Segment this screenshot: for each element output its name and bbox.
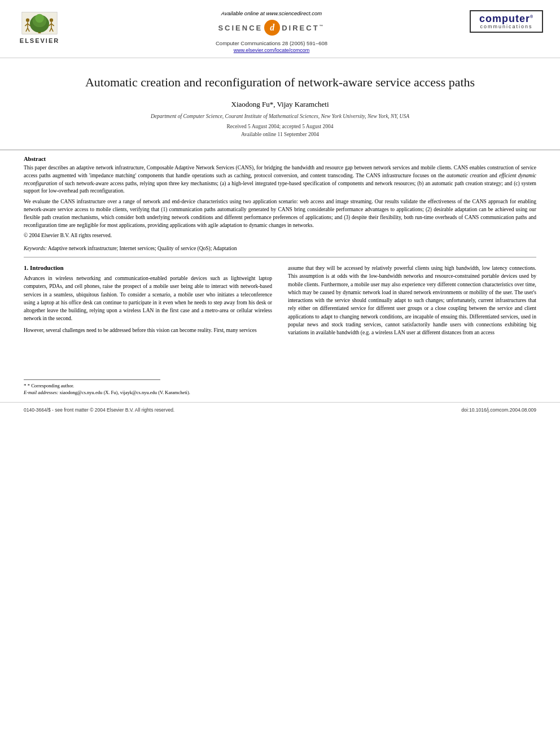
available-text: Available online 11 September 2004 bbox=[17, 130, 543, 138]
authors-text: Xiaodong Fu*, Vijay Karamcheti bbox=[231, 100, 329, 108]
sd-science-text: SCIENCE bbox=[218, 24, 262, 32]
journal-url[interactable]: www.elsevier.com/locate/comcom bbox=[234, 47, 310, 53]
abstract-and: and bbox=[488, 173, 499, 178]
computer-comm-logo: computer® communications bbox=[470, 10, 543, 33]
sd-tm-symbol: ™ bbox=[320, 24, 325, 28]
right-paragraph1: assume that they will be accessed by rel… bbox=[288, 264, 536, 337]
received-text: Received 5 August 2004; accepted 5 Augus… bbox=[17, 123, 543, 130]
intro-heading: 1. Introduction bbox=[24, 264, 272, 271]
sciencedirect-logo: SCIENCE d DIRECT™ bbox=[218, 20, 325, 36]
abstract-paragraph1: This paper describes an adaptive network… bbox=[24, 164, 536, 195]
footnote-corresponding-text: * Corresponding author. bbox=[28, 383, 74, 388]
available-online-text: Available online at www.sciencedirect.co… bbox=[221, 10, 322, 16]
abstract-text-after-italic: of such network-aware access paths, rely… bbox=[24, 181, 536, 194]
received-date: Received 5 August 2004; accepted 5 Augus… bbox=[17, 123, 543, 139]
abstract-paragraph2: We evaluate the CANS infrastructure over… bbox=[24, 198, 536, 229]
header-right: computer® communications bbox=[464, 10, 543, 33]
intro-paragraph2: However, several challenges need to be a… bbox=[24, 326, 272, 334]
sd-d-letter: d bbox=[270, 23, 274, 33]
title-section: Automatic creation and reconfiguration o… bbox=[0, 60, 560, 144]
doi-text: doi:10.1016/j.comcom.2004.08.009 bbox=[461, 407, 536, 413]
keywords-section: Keywords: Adaptive network infrastructur… bbox=[24, 246, 536, 251]
col-left: 1. Introduction Advances in wireless net… bbox=[24, 264, 280, 396]
intro-paragraph1: Advances in wireless networking and comm… bbox=[24, 274, 272, 323]
authors: Xiaodong Fu*, Vijay Karamcheti bbox=[17, 100, 543, 109]
keywords-text: Adaptive network infrastructure; Interne… bbox=[48, 246, 237, 251]
abstract-heading: Abstract bbox=[24, 156, 536, 162]
cc-communications-text: communications bbox=[474, 24, 539, 29]
footnote-corresponding: * * Corresponding author. bbox=[24, 382, 272, 390]
two-column-layout: 1. Introduction Advances in wireless net… bbox=[24, 264, 536, 396]
header-center: Available online at www.sciencedirect.co… bbox=[79, 10, 464, 53]
keywords-label: Keywords: bbox=[24, 246, 47, 251]
footnote-email-label: E-mail addresses: bbox=[24, 390, 58, 395]
svg-point-4 bbox=[35, 14, 44, 23]
page: ELSEVIER Available online at www.science… bbox=[0, 0, 560, 747]
elsevier-section: ELSEVIER bbox=[11, 10, 79, 44]
cc-computer-word: computer bbox=[479, 13, 530, 24]
abstract-section: Abstract This paper describes an adaptiv… bbox=[24, 156, 536, 240]
sd-direct-word: DIRECT bbox=[282, 24, 319, 32]
header: ELSEVIER Available online at www.science… bbox=[0, 0, 560, 58]
footnotes-area: * * Corresponding author. E-mail address… bbox=[24, 379, 272, 396]
col-right: assume that they will be accessed by rel… bbox=[280, 264, 536, 396]
elsevier-tree-icon bbox=[20, 11, 59, 36]
elsevier-logo: ELSEVIER bbox=[11, 10, 68, 44]
intro-section: 1. Introduction Advances in wireless net… bbox=[24, 264, 536, 396]
footnote-asterisk-symbol: * bbox=[24, 383, 28, 388]
bottom-bar: 0140-3664/$ - see front matter © 2004 El… bbox=[0, 402, 560, 416]
sd-direct-text: DIRECT™ bbox=[282, 24, 325, 32]
paper-title: Automatic creation and reconfiguration o… bbox=[17, 74, 543, 91]
svg-point-11 bbox=[50, 19, 53, 22]
abstract-copyright: © 2004 Elsevier B.V. All rights reserved… bbox=[24, 232, 536, 240]
footnote-divider bbox=[24, 379, 160, 380]
cc-tm: ® bbox=[530, 15, 533, 19]
title-divider bbox=[0, 150, 560, 150]
footnote-email: E-mail addresses: xiaodong@cs.nyu.edu (X… bbox=[24, 390, 272, 396]
cc-computer-text: computer® bbox=[474, 14, 539, 24]
elsevier-label: ELSEVIER bbox=[20, 37, 59, 44]
svg-point-5 bbox=[26, 19, 29, 22]
footnote-email-addresses: xiaodong@cs.nyu.edu (X. Fu), vijayk@cs.n… bbox=[59, 390, 190, 395]
journal-name: Computer Communications 28 (2005) 591–60… bbox=[216, 40, 327, 46]
abstract-italic1: automatic creation bbox=[447, 173, 488, 178]
sd-circle-icon: d bbox=[264, 20, 280, 36]
issn-text: 0140-3664/$ - see front matter © 2004 El… bbox=[24, 407, 174, 413]
affiliation: Department of Computer Science, Courant … bbox=[17, 113, 543, 119]
abstract-divider bbox=[24, 257, 536, 257]
main-content: Abstract This paper describes an adaptiv… bbox=[0, 156, 560, 396]
